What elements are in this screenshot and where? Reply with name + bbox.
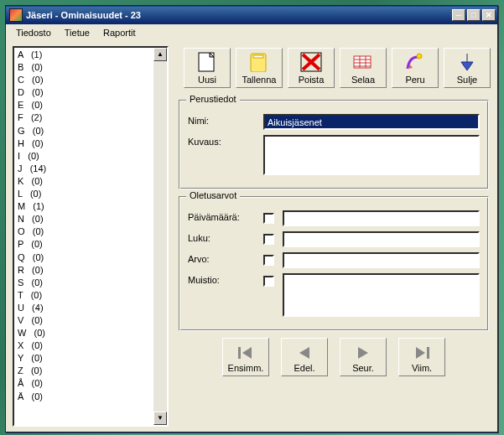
list-item[interactable]: V (0) — [16, 314, 152, 327]
browse-label: Selaa — [351, 75, 375, 85]
list-item[interactable]: O (0) — [16, 225, 152, 238]
first-button[interactable]: Ensimm. — [222, 338, 269, 376]
num-input[interactable] — [283, 231, 480, 247]
undo-button[interactable]: Peru — [392, 48, 439, 88]
list-item[interactable]: U (4) — [16, 302, 152, 314]
menu-tietue[interactable]: Tietue — [58, 26, 96, 39]
list-item[interactable]: H (0) — [16, 137, 152, 150]
menu-file[interactable]: Tiedosto — [9, 26, 58, 39]
last-icon — [411, 344, 433, 361]
memo-textarea[interactable] — [283, 273, 480, 317]
list-item[interactable]: A (1) — [16, 49, 152, 61]
list-item[interactable]: W (0) — [16, 327, 152, 339]
first-icon — [235, 344, 257, 361]
close-arrow-icon — [455, 51, 479, 73]
list-item[interactable]: G (0) — [16, 125, 152, 137]
minimize-button[interactable]: ─ — [452, 9, 465, 21]
right-pane: Uusi Tallenna Poista — [172, 43, 496, 430]
window-title: Jäseri - Ominaisuudet - 23 — [26, 10, 141, 20]
list-item[interactable]: R (0) — [16, 264, 152, 277]
date-checkbox[interactable] — [263, 213, 274, 224]
prev-label: Edel. — [294, 363, 314, 373]
last-button[interactable]: Viim. — [398, 338, 445, 376]
list-item[interactable]: C (0) — [16, 74, 152, 86]
date-input[interactable] — [283, 210, 480, 226]
group-oletusarvot-legend: Oletusarvot — [186, 190, 240, 200]
list-item[interactable]: K (0) — [16, 175, 152, 188]
list-item[interactable]: S (0) — [16, 277, 152, 289]
new-button[interactable]: Uusi — [184, 48, 231, 88]
val-input[interactable] — [283, 252, 480, 268]
undo-label: Peru — [405, 75, 424, 85]
group-perustiedot: Perustiedot Nimi: Kuvaus: — [179, 100, 489, 189]
memo-checkbox[interactable] — [263, 276, 274, 287]
list-item[interactable]: P (0) — [16, 238, 152, 251]
list-item[interactable]: Å (0) — [16, 377, 152, 390]
save-label: Tallenna — [242, 75, 277, 85]
svg-rect-2 — [253, 55, 263, 58]
close-button[interactable]: Sulje — [444, 48, 491, 88]
next-label: Seur. — [352, 363, 374, 373]
save-button[interactable]: Tallenna — [236, 48, 283, 88]
content-area: A (1)B (0)C (0)D (0)E (0)F (2)G (0)H (0)… — [8, 43, 496, 430]
new-file-icon — [195, 51, 219, 73]
list-scrollbar[interactable]: ▲ ▼ — [153, 48, 167, 425]
prev-button[interactable]: Edel. — [281, 338, 328, 376]
toolbar: Uusi Tallenna Poista — [177, 46, 491, 95]
category-listbox[interactable]: A (1)B (0)C (0)D (0)E (0)F (2)G (0)H (0)… — [13, 46, 169, 427]
window-close-button[interactable]: ✕ — [482, 9, 496, 21]
list-item[interactable]: D (0) — [16, 86, 152, 99]
save-icon — [247, 51, 271, 73]
name-input[interactable] — [263, 114, 480, 130]
close-label: Sulje — [457, 75, 477, 85]
list-item[interactable]: B (0) — [16, 61, 152, 74]
next-button[interactable]: Seur. — [340, 338, 387, 376]
menubar: Tiedosto Tietue Raportit — [6, 24, 497, 41]
list-item[interactable]: Q (0) — [16, 251, 152, 264]
svg-rect-14 — [427, 347, 429, 359]
list-item[interactable]: M (1) — [16, 200, 152, 213]
left-pane: A (1)B (0)C (0)D (0)E (0)F (2)G (0)H (0)… — [8, 43, 172, 430]
first-label: Ensimm. — [228, 363, 264, 373]
svg-point-12 — [417, 54, 422, 59]
list-item[interactable]: I (0) — [16, 150, 152, 163]
undo-icon — [403, 51, 427, 73]
num-label: Luku: — [188, 231, 263, 243]
browse-icon — [351, 51, 375, 73]
list-item[interactable]: N (0) — [16, 213, 152, 225]
group-perustiedot-legend: Perustiedot — [186, 94, 240, 104]
list-item[interactable]: F (2) — [16, 111, 152, 124]
app-window: Jäseri - Ominaisuudet - 23 ─ □ ✕ Tiedost… — [5, 5, 498, 432]
desc-textarea[interactable] — [263, 135, 480, 175]
memo-label: Muistio: — [188, 273, 263, 285]
app-icon — [9, 8, 23, 22]
scroll-track[interactable] — [153, 61, 167, 412]
last-label: Viim. — [412, 363, 432, 373]
prev-icon — [294, 344, 315, 361]
list-item[interactable]: X (0) — [16, 339, 152, 352]
nav-toolbar: Ensimm. Edel. Seur. Viim. — [177, 338, 491, 376]
date-label: Päivämäärä: — [188, 210, 263, 222]
scroll-down-button[interactable]: ▼ — [153, 412, 167, 425]
list-item[interactable]: T (0) — [16, 289, 152, 302]
menu-reports[interactable]: Raportit — [96, 26, 143, 39]
val-label: Arvo: — [188, 252, 263, 264]
list-item[interactable]: Z (0) — [16, 365, 152, 377]
scroll-up-button[interactable]: ▲ — [153, 48, 167, 61]
maximize-button[interactable]: □ — [467, 9, 481, 21]
browse-button[interactable]: Selaa — [340, 48, 387, 88]
num-checkbox[interactable] — [263, 234, 274, 245]
delete-label: Poista — [299, 75, 325, 85]
list-item[interactable]: L (0) — [16, 188, 152, 200]
group-oletusarvot: Oletusarvot Päivämäärä: Luku: Arvo: — [179, 196, 489, 331]
list-item[interactable]: Y (0) — [16, 352, 152, 365]
list-item[interactable]: Ä (0) — [16, 391, 152, 403]
val-checkbox[interactable] — [263, 255, 274, 266]
svg-rect-13 — [238, 347, 241, 359]
delete-icon — [299, 51, 323, 73]
list-item[interactable]: J (14) — [16, 163, 152, 175]
name-label: Nimi: — [188, 114, 263, 126]
list-item[interactable]: E (0) — [16, 99, 152, 111]
new-label: Uusi — [198, 75, 216, 85]
delete-button[interactable]: Poista — [288, 48, 335, 88]
